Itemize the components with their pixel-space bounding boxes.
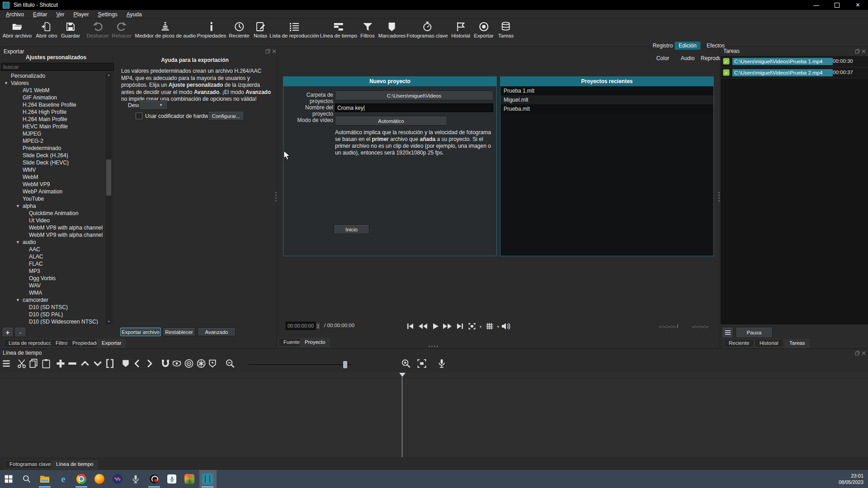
start-button[interactable] bbox=[3, 473, 14, 485]
menu-ayuda[interactable]: Ayuda bbox=[122, 10, 146, 19]
preset-tree-item[interactable]: WebP Animation bbox=[0, 188, 105, 195]
obs-icon[interactable] bbox=[148, 473, 160, 485]
splitter-handle-right[interactable] bbox=[718, 192, 720, 202]
scroll-up-icon[interactable]: ▲ bbox=[106, 72, 112, 78]
menu-ver[interactable]: Ver bbox=[52, 10, 69, 19]
menu-settings[interactable]: Settings bbox=[93, 10, 122, 19]
toolbar-filtros-button[interactable]: Filtros bbox=[360, 21, 374, 38]
expand-caret-icon[interactable]: ▼ bbox=[16, 296, 20, 304]
preset-tree-item[interactable]: MP3 bbox=[0, 267, 105, 275]
cut-button[interactable] bbox=[17, 358, 27, 369]
chevron-down-icon[interactable]: ▼ bbox=[479, 325, 482, 329]
playhead-marker[interactable] bbox=[399, 373, 406, 377]
layout-tab-registro[interactable]: Registro bbox=[649, 42, 677, 50]
remove-preset-button[interactable]: - bbox=[14, 327, 26, 337]
advanced-button[interactable]: Avanzado bbox=[198, 328, 236, 336]
record-audio-button[interactable] bbox=[437, 358, 447, 369]
skip-previous-button[interactable] bbox=[405, 323, 415, 330]
preset-tree-item[interactable]: WebM bbox=[0, 174, 105, 181]
reset-button[interactable]: Restablecer bbox=[163, 328, 195, 336]
scroll-down-icon[interactable]: ▼ bbox=[106, 319, 112, 324]
float-panel-icon[interactable] bbox=[265, 49, 270, 54]
splitter-handle-bottom[interactable] bbox=[429, 345, 438, 347]
scrollbar-thumb[interactable] bbox=[106, 160, 111, 196]
preset-tree-item[interactable]: WAV bbox=[0, 282, 105, 289]
preset-tree-item[interactable]: ▼audio bbox=[0, 239, 105, 246]
preset-tree-item[interactable]: Ut Video bbox=[0, 217, 105, 224]
add-preset-button[interactable]: + bbox=[2, 327, 14, 337]
preset-search-input[interactable] bbox=[1, 63, 114, 71]
timecode-spinner[interactable]: ▲▼ bbox=[316, 322, 321, 330]
play-button[interactable] bbox=[429, 323, 440, 330]
snap-button[interactable] bbox=[160, 358, 171, 369]
from-dropdown[interactable]: ▼ bbox=[139, 100, 168, 110]
volume-button[interactable] bbox=[501, 323, 510, 330]
recent-project-item[interactable]: Prueba 1.mlt bbox=[500, 86, 713, 95]
start-button[interactable]: Inicio bbox=[334, 225, 369, 234]
preset-tree-item[interactable]: YouTube bbox=[0, 195, 105, 202]
firefox-icon[interactable] bbox=[94, 473, 105, 485]
task-done-checkbox[interactable]: ✓ bbox=[723, 69, 730, 76]
split-button[interactable] bbox=[105, 358, 115, 369]
configure-button[interactable]: Configurar... bbox=[208, 111, 244, 121]
shotcut-icon[interactable] bbox=[202, 473, 213, 485]
preset-tree-item[interactable]: Predeterminado bbox=[0, 145, 105, 152]
tasks-menu-button[interactable] bbox=[722, 327, 733, 338]
grid-button[interactable] bbox=[486, 323, 494, 330]
close-panel-icon[interactable] bbox=[272, 49, 277, 54]
float-panel-icon[interactable] bbox=[855, 351, 860, 356]
toolbar-medidor-de-picos-de-audio-button[interactable]: Medidor de picos de audio bbox=[135, 21, 196, 38]
taskbar-clock[interactable]: 23:01 08/05/2023 bbox=[839, 473, 863, 485]
timeline-ruler[interactable] bbox=[0, 372, 868, 379]
toolbar-fotogramas-clave-button[interactable]: Fotogramas clave bbox=[406, 21, 448, 38]
preset-tree-item[interactable]: WebM VP9 bbox=[0, 181, 105, 188]
close-panel-icon[interactable] bbox=[861, 351, 866, 356]
expand-caret-icon[interactable]: ▼ bbox=[16, 202, 20, 210]
video-mode-button[interactable]: Automático bbox=[335, 116, 447, 126]
preset-tree-item[interactable]: WebM VP8 with alpha channel bbox=[0, 224, 105, 231]
layout-tab-edicion[interactable]: Edición bbox=[675, 42, 700, 50]
preset-tree-item[interactable]: AV1 WebM bbox=[0, 87, 105, 94]
pause-button[interactable]: Pausa bbox=[736, 327, 773, 338]
ripple-markers-button[interactable] bbox=[208, 358, 218, 369]
ripple-button[interactable] bbox=[184, 358, 194, 369]
marker-button[interactable] bbox=[121, 358, 131, 369]
toolbar-deshacer-button[interactable]: Deshacer bbox=[86, 21, 108, 38]
panel-splitter-right[interactable] bbox=[720, 47, 720, 348]
preset-tree-item[interactable]: FLAC bbox=[0, 260, 105, 267]
preset-tree-item[interactable]: WMA bbox=[0, 289, 105, 296]
toolbar-abrir-archivo-button[interactable]: Abrir archivo bbox=[3, 21, 32, 38]
zoom-fit-button[interactable] bbox=[417, 358, 427, 369]
voice-recorder-icon[interactable] bbox=[166, 473, 178, 485]
recent-project-item[interactable]: Miguel.mlt bbox=[500, 95, 713, 104]
next-marker-button[interactable] bbox=[144, 358, 155, 369]
expand-caret-icon[interactable]: ▼ bbox=[4, 80, 8, 87]
timeline-menu-button[interactable] bbox=[1, 358, 12, 369]
preset-tree-item[interactable]: H.264 Main Profile bbox=[0, 116, 105, 123]
timeline-tab-fotogramas-clave[interactable]: Fotogramas clave bbox=[5, 460, 56, 469]
search-icon[interactable] bbox=[21, 473, 33, 485]
toolbar-abrir-otro-button[interactable]: Abrir otro bbox=[36, 21, 57, 38]
hardware-encoder-checkbox[interactable] bbox=[136, 113, 142, 119]
layout-tab-audio[interactable]: Audio bbox=[677, 54, 699, 62]
toolbar-notas-button[interactable]: Notas bbox=[254, 21, 267, 38]
task-name[interactable]: C:\Users\miguel\Videos\Prueba 2.mp4 bbox=[732, 69, 833, 76]
zoom-in-button[interactable] bbox=[401, 358, 411, 369]
preset-tree-item[interactable]: MJPEG bbox=[0, 130, 105, 137]
toolbar-reciente-button[interactable]: Reciente bbox=[229, 21, 249, 38]
overwrite-button[interactable] bbox=[93, 358, 103, 369]
toolbar-tareas-button[interactable]: Tareas bbox=[498, 21, 514, 38]
preset-tree-item[interactable]: GIF Animation bbox=[0, 94, 105, 101]
zoom-slider-handle[interactable] bbox=[343, 361, 347, 368]
preset-tree-item[interactable]: ▼Valores bbox=[0, 80, 105, 87]
scrub-while-dragging-button[interactable] bbox=[172, 358, 182, 369]
append-button[interactable] bbox=[56, 358, 66, 369]
task-row[interactable]: ✓C:\Users\miguel\Videos\Prueba 1.mp400:0… bbox=[721, 56, 868, 67]
menu-player[interactable]: Player bbox=[69, 10, 93, 19]
preset-tree-item[interactable]: D10 (SD Widescreen NTSC) bbox=[0, 318, 105, 324]
close-button[interactable]: ✕ bbox=[848, 0, 868, 10]
player-tab-proyecto[interactable]: Proyecto bbox=[300, 338, 330, 347]
ripple-all-tracks-button[interactable] bbox=[196, 358, 207, 369]
preset-tree-item[interactable]: AAC bbox=[0, 246, 105, 253]
preset-tree-item[interactable]: Ogg Vorbis bbox=[0, 275, 105, 282]
